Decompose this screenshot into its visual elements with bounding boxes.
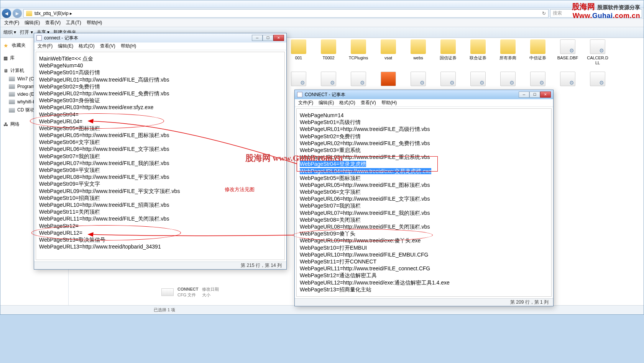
menu-help[interactable]: 帮助(H) bbox=[119, 43, 138, 50]
menu-help[interactable]: 帮助(H) bbox=[380, 99, 399, 106]
folder-item[interactable]: TCPlugins bbox=[347, 39, 370, 65]
tb-organize[interactable]: 组织 ▾ bbox=[3, 29, 16, 36]
maximize-button[interactable]: ☐ bbox=[529, 92, 540, 98]
text-area[interactable]: WebPageNum=14 WebPageStr01=高级行情 WebPageU… bbox=[296, 108, 552, 297]
menu-file[interactable]: 文件(F) bbox=[296, 99, 315, 106]
menubar: 文件(F) 编辑(E) 格式(O) 查看(V) 帮助(H) bbox=[34, 43, 286, 50]
file-icon bbox=[530, 72, 545, 86]
refresh-icon[interactable]: ↻ bbox=[542, 11, 546, 16]
nav-forward-button[interactable]: ► bbox=[13, 9, 22, 18]
file-type-icon bbox=[161, 288, 174, 296]
titlebar[interactable]: CONNECT - 记事本 ─ ☐ ✕ bbox=[295, 90, 553, 99]
minimize-button[interactable]: ─ bbox=[519, 92, 529, 98]
tb-open[interactable]: 打开 ▾ bbox=[20, 29, 33, 36]
folder-item[interactable]: vsat bbox=[377, 39, 400, 65]
file-item[interactable] bbox=[526, 72, 549, 86]
star-icon: ★ bbox=[3, 43, 10, 49]
notepad-icon bbox=[36, 35, 42, 41]
file-icon bbox=[470, 72, 486, 86]
file-item[interactable] bbox=[317, 72, 340, 86]
menu-format[interactable]: 格式(O) bbox=[77, 43, 96, 50]
folder-icon bbox=[470, 39, 486, 54]
watermark: 股海网 www.Guhai.com.cn bbox=[245, 152, 343, 164]
file-icon bbox=[291, 72, 306, 86]
explorer-titlebar bbox=[0, 0, 644, 8]
menu-file[interactable]: 文件(F) bbox=[2, 19, 21, 27]
close-button[interactable]: ✕ bbox=[273, 35, 284, 41]
file-icon bbox=[590, 39, 605, 54]
file-item[interactable]: CALCER.DLL bbox=[586, 39, 609, 65]
menu-tools[interactable]: 工具(T) bbox=[64, 19, 83, 27]
file-icon bbox=[590, 72, 605, 86]
file-item[interactable] bbox=[467, 72, 490, 86]
breadcrumb[interactable]: tdx_pttq_V(B)vip ▸ bbox=[34, 11, 72, 16]
folder-icon bbox=[440, 39, 456, 54]
folder-item[interactable]: T0002 bbox=[317, 39, 340, 65]
notepad-window-left: connect - 记事本 ─ ☐ ✕ 文件(F) 编辑(E) 格式(O) 查看… bbox=[34, 33, 287, 270]
close-button[interactable]: ✕ bbox=[540, 92, 551, 98]
notepad-window-right: CONNECT - 记事本 ─ ☐ ✕ 文件(F) 编辑(E) 格式(O) 查看… bbox=[294, 90, 554, 306]
menu-help[interactable]: 帮助(H) bbox=[84, 19, 105, 27]
titlebar[interactable]: connect - 记事本 ─ ☐ ✕ bbox=[34, 33, 286, 43]
file-item[interactable] bbox=[287, 72, 310, 86]
notepad-icon bbox=[297, 92, 302, 97]
drive-icon bbox=[9, 100, 15, 104]
file-item[interactable] bbox=[556, 72, 579, 86]
file-icon bbox=[560, 72, 575, 86]
explorer-details-pane: CONNECT 修改日期 CFG 文件 大小 已选择 1 项 bbox=[0, 305, 644, 314]
minimize-button[interactable]: ─ bbox=[252, 35, 263, 41]
folder-item[interactable]: 所有券商 bbox=[496, 39, 519, 65]
folder-icon bbox=[411, 39, 426, 54]
statusbar: 第 215 行，第 14 列 bbox=[34, 262, 286, 269]
file-icon bbox=[321, 72, 336, 86]
drive-icon bbox=[9, 92, 15, 96]
watermark-logo: 股海网 股票软件资源分享 Www.Guhai.com.cn bbox=[572, 2, 640, 20]
file-item[interactable] bbox=[347, 72, 370, 86]
network-icon: 🖧 bbox=[3, 122, 8, 127]
menu-edit[interactable]: 编辑(E) bbox=[22, 19, 42, 27]
menu-file[interactable]: 文件(F) bbox=[36, 43, 54, 50]
folder-item[interactable]: 001 bbox=[287, 39, 310, 65]
menu-edit[interactable]: 编辑(E) bbox=[56, 43, 75, 50]
menu-view[interactable]: 查看(V) bbox=[98, 43, 117, 50]
folder-icon bbox=[381, 39, 396, 54]
file-icon bbox=[560, 39, 575, 54]
computer-icon: 🖥 bbox=[3, 68, 8, 74]
address-bar: ◄ ► tdx_pttq_V(B)vip ▸ ↻ 搜索 bbox=[0, 8, 644, 19]
folder-icon bbox=[26, 11, 32, 16]
folder-item[interactable]: webs bbox=[407, 39, 430, 65]
maximize-button[interactable]: ☐ bbox=[263, 35, 273, 41]
window-title: connect - 记事本 bbox=[44, 35, 78, 41]
address-field[interactable]: tdx_pttq_V(B)vip ▸ ↻ bbox=[23, 9, 549, 18]
drive-icon bbox=[9, 77, 15, 81]
menubar: 文件(F) 编辑(E) 格式(O) 查看(V) 帮助(H) bbox=[295, 99, 553, 107]
folder-item[interactable]: 国信证券 bbox=[437, 39, 460, 65]
file-icon bbox=[351, 72, 366, 86]
file-icon bbox=[500, 72, 516, 86]
folder-icon bbox=[530, 39, 545, 54]
window-title: CONNECT - 记事本 bbox=[305, 92, 345, 98]
file-item[interactable]: BASE.DBF bbox=[556, 39, 579, 65]
folder-icon bbox=[321, 39, 336, 54]
drive-icon bbox=[9, 108, 15, 113]
file-item[interactable] bbox=[377, 72, 400, 86]
file-item[interactable] bbox=[437, 72, 460, 86]
details-file: CONNECT 修改日期 CFG 文件 大小 bbox=[161, 286, 219, 298]
file-icon bbox=[411, 72, 426, 86]
icon-row: 001 T0002 TCPlugins vsat webs 国信证券 联合证券 … bbox=[287, 39, 609, 65]
menu-view[interactable]: 查看(V) bbox=[359, 99, 378, 106]
menu-view[interactable]: 查看(V) bbox=[43, 19, 63, 27]
nav-back-button[interactable]: ◄ bbox=[2, 9, 11, 18]
explorer-menubar: 文件(F) 编辑(E) 查看(V) 工具(T) 帮助(H) bbox=[0, 19, 644, 27]
file-item[interactable] bbox=[586, 72, 609, 86]
folder-item[interactable]: 联合证券 bbox=[467, 39, 490, 65]
file-item[interactable] bbox=[496, 72, 519, 86]
folder-icon bbox=[291, 39, 306, 54]
folder-icon bbox=[500, 39, 516, 54]
menu-format[interactable]: 格式(O) bbox=[337, 99, 357, 106]
menu-edit[interactable]: 编辑(E) bbox=[317, 99, 336, 106]
file-item[interactable] bbox=[407, 72, 430, 86]
cursor-position: 第 215 行，第 14 列 bbox=[241, 262, 282, 269]
folder-item[interactable]: 中信证券 bbox=[526, 39, 549, 65]
cursor-position: 第 209 行，第 1 列 bbox=[510, 299, 549, 306]
